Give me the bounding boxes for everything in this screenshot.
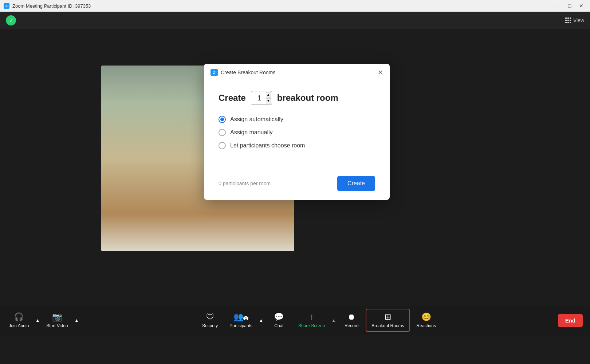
zoom-logo-icon: Z: [4, 3, 9, 9]
breakout-dialog: Z Create Breakout Rooms ✕ Create ▲ ▼ bre…: [204, 64, 390, 200]
dialog-footer: 0 participants per room Create: [204, 170, 390, 200]
dialog-body: Create ▲ ▼ breakout room Assign automati…: [204, 80, 390, 162]
reactions-button[interactable]: 😊 Reactions: [412, 309, 441, 331]
dialog-zoom-logo: Z: [211, 69, 218, 76]
participants-label: Participants: [229, 323, 252, 328]
headphone-icon: 🎧: [14, 312, 24, 322]
security-label: Security: [202, 323, 218, 328]
start-video-button[interactable]: 📷 Start Video: [41, 309, 73, 331]
breakout-rooms-icon: ⊞: [385, 312, 391, 322]
participant-count: 1: [243, 316, 248, 320]
share-screen-chevron[interactable]: ▲: [330, 318, 337, 323]
assign-manually-label: Assign manually: [230, 129, 273, 136]
maximize-button[interactable]: □: [565, 2, 575, 10]
chat-icon: 💬: [274, 312, 284, 322]
window-title: Zoom Meeting Participant ID: 397353: [12, 3, 91, 9]
breakout-rooms-button[interactable]: ⊞ Breakout Rooms: [366, 309, 410, 332]
join-audio-chevron[interactable]: ▲: [34, 318, 41, 323]
dialog-title: Create Breakout Rooms: [221, 70, 275, 75]
chat-button[interactable]: 💬 Chat: [266, 309, 292, 331]
create-room-row: Create ▲ ▼ breakout room: [219, 91, 375, 105]
security-icon: 🛡: [206, 312, 214, 322]
reactions-label: Reactions: [417, 323, 436, 328]
title-bar-left: Z Zoom Meeting Participant ID: 397353: [4, 3, 91, 9]
let-participants-choose-option[interactable]: Let participants choose room: [219, 142, 375, 149]
chat-label: Chat: [274, 323, 283, 328]
start-video-chevron[interactable]: ▲: [73, 318, 80, 323]
toolbar-right: End: [558, 314, 586, 327]
assign-manually-option[interactable]: Assign manually: [219, 129, 375, 136]
participants-icon: 👥1: [233, 312, 248, 322]
bottom-toolbar: 🎧 Join Audio ▲ 📷 Start Video ▲ 🛡 Securit…: [0, 306, 590, 335]
create-label-post: breakout room: [277, 93, 338, 103]
dialog-close-button[interactable]: ✕: [378, 69, 383, 76]
close-button[interactable]: ✕: [576, 2, 586, 10]
create-button[interactable]: Create: [337, 176, 375, 191]
join-audio-button[interactable]: 🎧 Join Audio: [4, 309, 34, 331]
dialog-title-bar: Z Create Breakout Rooms ✕: [204, 64, 390, 80]
start-video-label: Start Video: [46, 323, 68, 328]
spin-up-button[interactable]: ▲: [266, 92, 271, 98]
start-video-group: 📷 Start Video ▲: [41, 309, 80, 331]
join-audio-group: 🎧 Join Audio ▲: [4, 309, 41, 331]
record-icon: ⏺: [347, 312, 355, 322]
assign-automatically-radio[interactable]: [219, 116, 226, 123]
room-count-input[interactable]: ▲ ▼: [251, 91, 272, 105]
title-bar: Z Zoom Meeting Participant ID: 397353 ─ …: [0, 0, 590, 12]
end-button[interactable]: End: [558, 314, 583, 327]
spinner-buttons: ▲ ▼: [266, 92, 271, 104]
security-shield-icon: ✓: [6, 15, 16, 25]
assign-automatically-label: Assign automatically: [230, 116, 283, 123]
video-off-icon: 📷: [52, 312, 62, 322]
share-screen-group: ↑ Share Screen ▲: [293, 309, 337, 331]
join-audio-label: Join Audio: [9, 323, 29, 328]
share-screen-icon: ↑: [310, 312, 314, 322]
participants-group: 👥1 Participants ▲: [224, 309, 265, 331]
create-label-pre: Create: [219, 93, 246, 103]
assign-automatically-option[interactable]: Assign automatically: [219, 116, 375, 123]
participants-per-room-info: 0 participants per room: [219, 181, 271, 186]
breakout-rooms-label: Breakout Rooms: [371, 323, 404, 328]
share-screen-button[interactable]: ↑ Share Screen: [293, 309, 330, 331]
reactions-icon: 😊: [421, 312, 431, 322]
radio-inner-dot: [220, 118, 224, 121]
record-label: Record: [345, 323, 359, 328]
view-label: View: [573, 17, 584, 23]
meeting-top-bar: ✓ View: [0, 12, 590, 29]
security-button[interactable]: 🛡 Security: [197, 309, 223, 331]
let-participants-choose-radio[interactable]: [219, 142, 226, 149]
window-controls: ─ □ ✕: [553, 2, 586, 10]
grid-view-icon: [565, 17, 571, 23]
spin-down-button[interactable]: ▼: [266, 98, 271, 104]
share-screen-label: Share Screen: [298, 323, 325, 328]
assign-manually-radio[interactable]: [219, 129, 226, 136]
record-button[interactable]: ⏺ Record: [339, 309, 364, 331]
toolbar-center: 🛡 Security 👥1 Participants ▲ 💬 Chat ↑: [197, 309, 441, 332]
participants-button[interactable]: 👥1 Participants: [224, 309, 257, 331]
room-count-field[interactable]: [253, 94, 266, 102]
minimize-button[interactable]: ─: [553, 2, 563, 10]
toolbar-left: 🎧 Join Audio ▲ 📷 Start Video ▲: [4, 309, 80, 331]
view-button[interactable]: View: [565, 17, 584, 23]
dialog-title-bar-left: Z Create Breakout Rooms: [211, 69, 275, 76]
let-participants-choose-label: Let participants choose room: [230, 142, 305, 149]
participants-chevron[interactable]: ▲: [257, 318, 265, 323]
